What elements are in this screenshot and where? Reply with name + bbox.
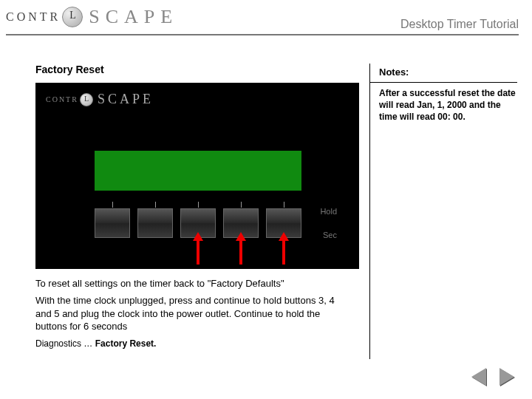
- logo-text-control: CONTR: [46, 95, 78, 103]
- arrow-up-icon: [239, 239, 242, 265]
- device-label-sec: Sec: [323, 231, 337, 239]
- logo-text-control: CONTR: [6, 10, 61, 24]
- slide-nav: [471, 368, 514, 386]
- arrow-up-icon: [197, 239, 200, 265]
- prev-slide-button[interactable]: [471, 368, 486, 386]
- logo-text-scape: SCAPE: [98, 92, 154, 107]
- device-button-2: [137, 208, 173, 238]
- device-label-hold: Hold: [320, 207, 337, 216]
- device-button-1: [95, 208, 130, 238]
- next-slide-button[interactable]: [499, 368, 514, 386]
- device-lcd-screen: [95, 151, 301, 191]
- triangle-left-icon: [471, 368, 486, 386]
- brand-logo: CONTR SCAPE: [6, 6, 178, 28]
- instruction-line-1: To reset all settings on the timer back …: [35, 278, 284, 289]
- notes-panel: Notes: After a successful reset the date…: [369, 64, 517, 359]
- breadcrumb: Diagnostics … Factory Reset.: [35, 338, 156, 349]
- instruction-line-2: With the time clock unplugged, press and…: [35, 294, 346, 333]
- notes-heading: Notes:: [379, 64, 517, 78]
- notes-divider: [370, 82, 517, 83]
- breadcrumb-current: Factory Reset.: [95, 338, 157, 349]
- triangle-right-icon: [499, 368, 514, 386]
- header-divider: [6, 34, 519, 35]
- arrow-up-icon: [282, 239, 285, 265]
- page-title: Desktop Timer Tutorial: [400, 18, 519, 31]
- device-brand-logo: CONTR SCAPE: [46, 92, 154, 107]
- clock-icon: [62, 7, 83, 27]
- section-title: Factory Reset: [35, 64, 104, 75]
- breadcrumb-path: Diagnostics …: [35, 338, 92, 349]
- clock-icon: [80, 93, 93, 106]
- header: CONTR SCAPE Desktop Timer Tutorial: [0, 0, 532, 37]
- logo-text-scape: SCAPE: [89, 6, 178, 28]
- notes-body: After a successful reset the date will r…: [379, 87, 517, 123]
- device-illustration: CONTR SCAPE Hold Sec: [35, 83, 359, 269]
